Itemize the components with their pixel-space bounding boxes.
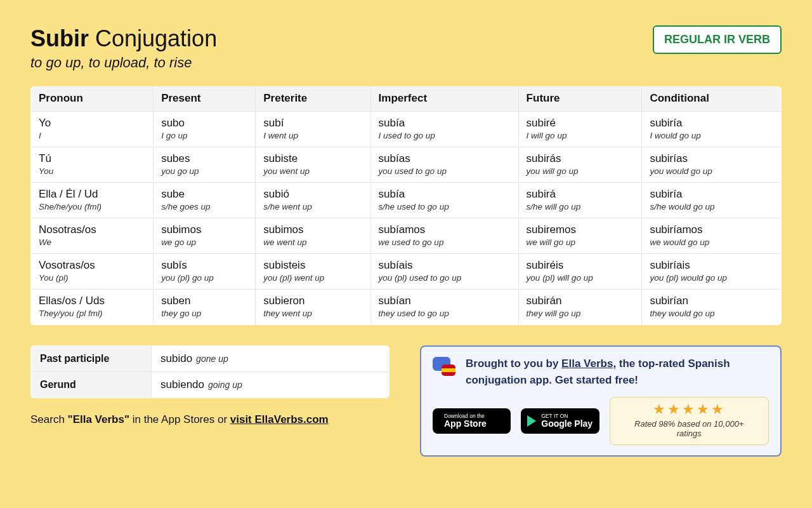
conj-cell: subirías/he would go up — [642, 183, 782, 218]
conj-cell: subirás/he will go up — [518, 183, 642, 218]
conj-word: subiría — [650, 117, 773, 130]
conj-cell: subimoswe went up — [256, 218, 370, 254]
past-participle-cell: subidogone up — [152, 346, 390, 372]
verb-name: Subir — [30, 25, 89, 51]
conj-word: subís — [161, 259, 247, 272]
rating-text: Rated 98% based on 10,000+ ratings — [622, 419, 757, 438]
conj-cell: TúYou — [31, 147, 154, 183]
conj-gloss: they would go up — [650, 309, 773, 318]
conj-gloss: they used to go up — [379, 309, 511, 318]
conj-word: Ella / Él / Ud — [39, 188, 145, 201]
conj-cell: subieronthey went up — [256, 290, 370, 325]
conj-word: subirían — [650, 295, 773, 307]
conj-gloss: I used to go up — [379, 131, 511, 140]
conj-gloss: you (pl) would go up — [650, 273, 773, 283]
past-participle-label: Past participle — [31, 346, 152, 372]
conj-cell: subirásyou will go up — [518, 147, 642, 183]
conj-gloss: we used to go up — [379, 237, 511, 247]
verb-type-button[interactable]: REGULAR IR VERB — [653, 25, 782, 54]
conj-word: subirás — [527, 152, 634, 165]
conj-word: subiríais — [650, 259, 773, 272]
column-header: Pronoun — [31, 87, 154, 112]
conj-word: subirán — [527, 295, 634, 307]
star-icons: ★★★★★ — [622, 401, 757, 418]
conj-word: subía — [379, 188, 511, 201]
conj-word: subirías — [650, 152, 773, 165]
table-row: Ella / Él / UdShe/he/you (fml)subes/he g… — [31, 183, 782, 218]
conj-gloss: you (pl) used to go up — [379, 273, 511, 283]
past-participle-gloss: gone up — [196, 354, 228, 364]
conj-gloss: I went up — [263, 131, 362, 140]
conj-word: subiríamos — [650, 224, 773, 236]
conj-word: subiréis — [527, 259, 634, 272]
conj-cell: Vosotras/osYou (pl) — [31, 254, 154, 290]
conj-word: subiré — [527, 117, 634, 130]
visit-link[interactable]: visit EllaVerbs.com — [230, 413, 329, 425]
conj-word: Yo — [39, 117, 145, 130]
conj-gloss: you go up — [161, 166, 247, 176]
conj-word: subía — [379, 117, 511, 130]
conj-word: subes — [161, 152, 247, 165]
conj-word: Vosotras/os — [39, 259, 145, 272]
conj-gloss: I go up — [161, 131, 247, 140]
conj-cell: subiríaisyou (pl) would go up — [642, 254, 782, 290]
conj-gloss: you went up — [263, 166, 362, 176]
conj-gloss: s/he would go up — [650, 202, 773, 211]
conj-gloss: we would go up — [650, 237, 773, 247]
table-row: Ellas/os / UdsThey/you (pl fml)subenthey… — [31, 290, 782, 325]
conj-word: subíamos — [379, 224, 511, 236]
conj-word: subíais — [379, 259, 511, 272]
googleplay-button[interactable]: GET IT ON Google Play — [521, 408, 599, 434]
conj-gloss: you (pl) went up — [263, 273, 362, 283]
conj-gloss: we will go up — [527, 237, 634, 247]
conj-gloss: I — [39, 131, 145, 140]
conj-word: subimos — [263, 224, 362, 236]
conj-cell: subiríamoswe would go up — [642, 218, 782, 254]
gerund-label: Gerund — [31, 372, 152, 398]
column-header: Future — [518, 87, 642, 112]
conj-gloss: She/he/you (fml) — [39, 202, 145, 211]
search-bold: "Ella Verbs" — [68, 413, 129, 425]
conj-gloss: You — [39, 166, 145, 176]
conj-cell: subíI went up — [256, 112, 370, 147]
search-middle: in the App Stores or — [129, 413, 230, 425]
conj-cell: subíasyou used to go up — [370, 147, 518, 183]
promo-text: Brought to you by Ella Verbs, the top-ra… — [466, 356, 769, 388]
column-header: Present — [154, 87, 256, 112]
conj-gloss: you (pl) go up — [161, 273, 247, 283]
conj-cell: subíanthey used to go up — [370, 290, 518, 325]
conj-cell: Ella / Él / UdShe/he/you (fml) — [31, 183, 154, 218]
conj-cell: subimoswe go up — [154, 218, 256, 254]
promo-box: Brought to you by Ella Verbs, the top-ra… — [420, 345, 782, 457]
conj-cell: subisteyou went up — [256, 147, 370, 183]
conj-word: subían — [379, 295, 511, 307]
conj-word: subisteis — [263, 259, 362, 272]
search-prefix: Search — [30, 413, 68, 425]
conj-gloss: you (pl) will go up — [527, 273, 634, 283]
conj-gloss: s/he went up — [263, 202, 362, 211]
conj-cell: subísyou (pl) go up — [154, 254, 256, 290]
conj-word: subieron — [263, 295, 362, 307]
rating-box: ★★★★★ Rated 98% based on 10,000+ ratings — [610, 397, 769, 445]
conj-cell: YoI — [31, 112, 154, 147]
appstore-button[interactable]: Download on the App Store — [433, 408, 511, 434]
promo-link[interactable]: Ella Verbs — [561, 358, 613, 370]
conj-word: Nosotras/os — [39, 224, 145, 236]
conj-gloss: you used to go up — [379, 166, 511, 176]
conj-cell: subiríanthey would go up — [642, 290, 782, 325]
conj-cell: Nosotras/osWe — [31, 218, 154, 254]
conj-gloss: we go up — [161, 237, 247, 247]
conj-cell: subiós/he went up — [256, 183, 370, 218]
gplay-big: Google Play — [541, 419, 593, 429]
conj-word: subías — [379, 152, 511, 165]
conj-word: subiste — [263, 152, 362, 165]
conj-gloss: they will go up — [527, 309, 634, 318]
conj-cell: subíaI used to go up — [370, 112, 518, 147]
conj-cell: subiríasyou would go up — [642, 147, 782, 183]
conjugation-table: PronounPresentPreteriteImperfectFutureCo… — [30, 86, 782, 325]
conj-cell: subiréisyou (pl) will go up — [518, 254, 642, 290]
conj-gloss: they went up — [263, 309, 362, 318]
conj-cell: subías/he used to go up — [370, 183, 518, 218]
conj-cell: Ellas/os / UdsThey/you (pl fml) — [31, 290, 154, 325]
appstore-big: App Store — [444, 419, 487, 429]
